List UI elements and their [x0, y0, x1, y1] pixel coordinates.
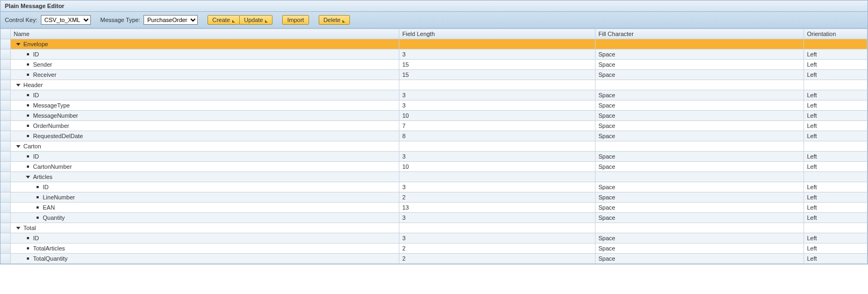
update-button[interactable]: Update — [239, 15, 272, 25]
table-row[interactable]: MessageNumber10SpaceLeft — [1, 111, 867, 121]
table-row[interactable]: Header — [1, 80, 867, 90]
table-row[interactable]: ID3SpaceLeft — [1, 90, 867, 101]
table-row[interactable]: TotalArticles2SpaceLeft — [1, 243, 867, 254]
fieldlength-cell[interactable]: 3 — [399, 233, 595, 243]
fillchar-cell[interactable]: Space — [595, 152, 804, 162]
table-row[interactable]: ID3SpaceLeft — [1, 49, 867, 60]
fieldlength-cell[interactable]: 10 — [399, 162, 595, 172]
fillchar-cell[interactable] — [595, 80, 804, 90]
row-selector[interactable] — [1, 111, 10, 121]
fillchar-cell[interactable] — [595, 141, 804, 152]
name-cell[interactable]: Header — [10, 80, 399, 90]
orientation-cell[interactable]: Left — [804, 60, 867, 70]
fieldlength-cell[interactable]: 2 — [399, 254, 595, 264]
fieldlength-cell[interactable]: 15 — [399, 60, 595, 70]
orientation-cell[interactable]: Left — [804, 101, 867, 111]
fieldlength-cell[interactable]: 3 — [399, 49, 595, 60]
fillchar-cell[interactable]: Space — [595, 70, 804, 80]
table-row[interactable]: TotalQuantity2SpaceLeft — [1, 254, 867, 264]
table-row[interactable]: MessageType3SpaceLeft — [1, 101, 867, 111]
orientation-cell[interactable]: Left — [804, 121, 867, 131]
orientation-cell[interactable]: Left — [804, 90, 867, 101]
table-row[interactable]: Carton — [1, 141, 867, 152]
fillchar-cell[interactable] — [595, 223, 804, 233]
name-cell[interactable]: EAN — [10, 203, 399, 213]
fieldlength-cell[interactable] — [399, 223, 595, 233]
row-selector[interactable] — [1, 101, 10, 111]
message-type-select[interactable]: PurchaseOrder — [144, 15, 198, 25]
orientation-cell[interactable]: Left — [804, 162, 867, 172]
orientation-cell[interactable] — [804, 39, 867, 49]
expand-icon[interactable] — [16, 43, 20, 46]
row-selector[interactable] — [1, 80, 10, 90]
fieldlength-cell[interactable]: 3 — [399, 182, 595, 192]
name-cell[interactable]: ID — [10, 90, 399, 101]
fillchar-cell[interactable]: Space — [595, 49, 804, 60]
orientation-cell[interactable]: Left — [804, 213, 867, 223]
row-selector[interactable] — [1, 39, 10, 49]
name-cell[interactable]: Articles — [10, 172, 399, 182]
row-selector[interactable] — [1, 131, 10, 141]
name-cell[interactable]: RequestedDelDate — [10, 131, 399, 141]
name-cell[interactable]: MessageType — [10, 101, 399, 111]
table-row[interactable]: Total — [1, 223, 867, 233]
fillchar-cell[interactable]: Space — [595, 254, 804, 264]
orientation-cell[interactable]: Left — [804, 49, 867, 60]
fillchar-cell[interactable]: Space — [595, 203, 804, 213]
orientation-cell[interactable]: Left — [804, 233, 867, 243]
row-selector[interactable] — [1, 203, 10, 213]
row-selector[interactable] — [1, 243, 10, 254]
row-selector[interactable] — [1, 141, 10, 152]
row-selector[interactable] — [1, 213, 10, 223]
row-selector[interactable] — [1, 233, 10, 243]
name-cell[interactable]: TotalArticles — [10, 243, 399, 254]
row-selector[interactable] — [1, 223, 10, 233]
table-row[interactable]: Sender15SpaceLeft — [1, 60, 867, 70]
fillchar-cell[interactable]: Space — [595, 90, 804, 101]
expand-icon[interactable] — [16, 145, 20, 148]
orientation-cell[interactable]: Left — [804, 152, 867, 162]
fillchar-cell[interactable]: Space — [595, 213, 804, 223]
orientation-cell[interactable]: Left — [804, 111, 867, 121]
control-key-select[interactable]: CSV_to_XML — [41, 15, 91, 25]
fillchar-cell[interactable] — [595, 172, 804, 182]
orientation-cell[interactable]: Left — [804, 131, 867, 141]
table-row[interactable]: Articles — [1, 172, 867, 182]
fillchar-cell[interactable]: Space — [595, 60, 804, 70]
create-button[interactable]: Create — [207, 15, 240, 25]
fieldlength-cell[interactable]: 2 — [399, 192, 595, 203]
name-cell[interactable]: LineNumber — [10, 192, 399, 203]
table-row[interactable]: RequestedDelDate8SpaceLeft — [1, 131, 867, 141]
table-row[interactable]: Quantity3SpaceLeft — [1, 213, 867, 223]
fieldlength-cell[interactable]: 2 — [399, 243, 595, 254]
row-selector[interactable] — [1, 70, 10, 80]
fillchar-cell[interactable]: Space — [595, 121, 804, 131]
col-fillchar[interactable]: Fill Character — [595, 29, 804, 39]
fieldlength-cell[interactable] — [399, 141, 595, 152]
orientation-cell[interactable]: Left — [804, 254, 867, 264]
fieldlength-cell[interactable]: 10 — [399, 111, 595, 121]
table-row[interactable]: OrderNumber7SpaceLeft — [1, 121, 867, 131]
row-selector[interactable] — [1, 182, 10, 192]
fieldlength-cell[interactable] — [399, 172, 595, 182]
fillchar-cell[interactable]: Space — [595, 101, 804, 111]
row-selector[interactable] — [1, 49, 10, 60]
name-cell[interactable]: Sender — [10, 60, 399, 70]
fillchar-cell[interactable] — [595, 39, 804, 49]
fieldlength-cell[interactable]: 3 — [399, 152, 595, 162]
col-name[interactable]: Name — [10, 29, 399, 39]
name-cell[interactable]: CartonNumber — [10, 162, 399, 172]
name-cell[interactable]: ID — [10, 182, 399, 192]
row-selector[interactable] — [1, 254, 10, 264]
col-orientation[interactable]: Orientation — [804, 29, 867, 39]
fillchar-cell[interactable]: Space — [595, 162, 804, 172]
expand-icon[interactable] — [16, 227, 20, 230]
name-cell[interactable]: ID — [10, 49, 399, 60]
fieldlength-cell[interactable]: 8 — [399, 131, 595, 141]
fillchar-cell[interactable]: Space — [595, 131, 804, 141]
fieldlength-cell[interactable]: 3 — [399, 90, 595, 101]
name-cell[interactable]: Quantity — [10, 213, 399, 223]
fieldlength-cell[interactable]: 13 — [399, 203, 595, 213]
table-row[interactable]: ID3SpaceLeft — [1, 152, 867, 162]
fieldlength-cell[interactable] — [399, 39, 595, 49]
